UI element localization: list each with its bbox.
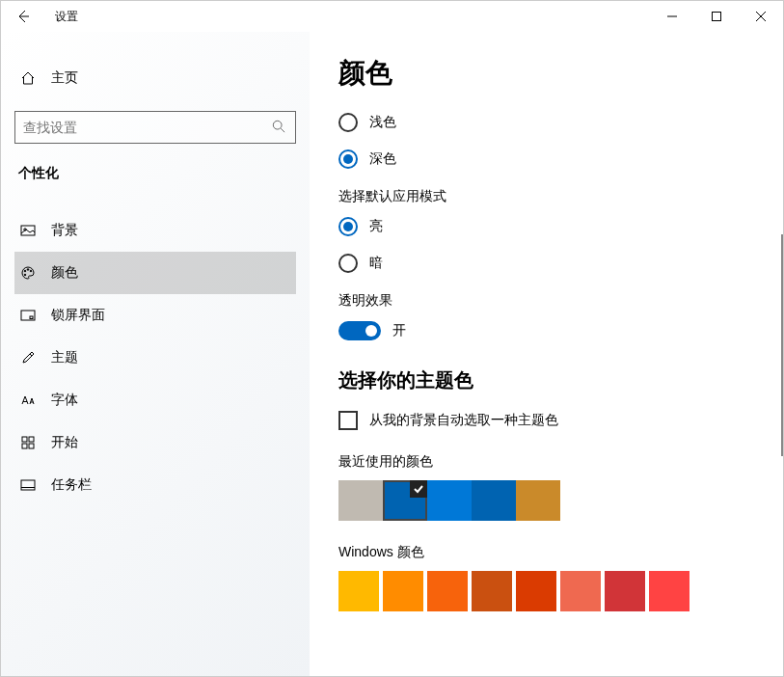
radio-light-mode[interactable]: 浅色	[338, 113, 754, 132]
svg-rect-17	[22, 444, 27, 448]
svg-rect-13	[30, 316, 33, 319]
sidebar-item-background[interactable]: 背景	[14, 209, 296, 252]
sidebar-item-lockscreen[interactable]: 锁屏界面	[14, 294, 296, 337]
home-icon	[18, 70, 38, 86]
windows-color-swatch[interactable]	[605, 571, 645, 611]
minimize-icon	[667, 12, 677, 21]
maximize-icon	[712, 12, 721, 21]
svg-point-10	[30, 270, 32, 272]
accent-heading: 选择你的主题色	[338, 367, 754, 393]
sidebar: 主页 个性化 背景	[1, 32, 310, 676]
svg-point-9	[27, 269, 29, 271]
svg-point-4	[273, 121, 282, 129]
radio-app-dark[interactable]: 暗	[338, 254, 754, 273]
sidebar-item-label: 开始	[51, 434, 78, 451]
maximize-button[interactable]	[694, 1, 739, 32]
taskbar-icon	[18, 477, 38, 493]
search-box[interactable]	[14, 111, 296, 144]
sidebar-item-label: 锁屏界面	[51, 307, 105, 324]
svg-line-14	[30, 354, 32, 356]
home-label: 主页	[51, 69, 78, 87]
recent-color-swatch[interactable]	[427, 480, 472, 521]
radio-icon	[338, 149, 358, 169]
toggle-state-label: 开	[392, 322, 406, 339]
radio-icon	[338, 113, 358, 132]
search-input[interactable]	[23, 120, 272, 135]
sidebar-item-themes[interactable]: 主题	[14, 337, 296, 379]
recent-color-swatch[interactable]	[472, 480, 516, 521]
theme-icon	[18, 350, 38, 366]
windows-color-swatch[interactable]	[338, 571, 379, 611]
page-title: 颜色	[338, 55, 754, 92]
checkbox-icon	[338, 411, 358, 430]
transparency-heading: 透明效果	[338, 292, 754, 310]
back-button[interactable]	[1, 1, 45, 32]
radio-dark-mode[interactable]: 深色	[338, 149, 754, 169]
sidebar-item-label: 背景	[51, 222, 78, 239]
close-button[interactable]	[739, 1, 783, 32]
sidebar-item-taskbar[interactable]: 任务栏	[14, 464, 296, 506]
radio-label: 深色	[369, 150, 396, 168]
scrollbar[interactable]	[781, 234, 783, 456]
windows-color-swatch[interactable]	[472, 571, 512, 611]
windows-color-swatch[interactable]	[383, 571, 423, 611]
sidebar-item-fonts[interactable]: 字体	[14, 379, 296, 421]
transparency-toggle[interactable]	[338, 321, 381, 340]
palette-icon	[18, 265, 38, 281]
recent-colors-heading: 最近使用的颜色	[338, 453, 754, 471]
home-link[interactable]: 主页	[14, 59, 296, 97]
radio-label: 亮	[369, 218, 383, 235]
window-title: 设置	[55, 9, 78, 25]
radio-app-light[interactable]: 亮	[338, 217, 754, 236]
content-area: 颜色 浅色 深色 选择默认应用模式 亮 暗 透明效果 开	[310, 32, 783, 676]
recent-colors-row	[338, 480, 754, 521]
search-icon	[272, 120, 287, 135]
windows-colors-heading: Windows 颜色	[338, 544, 754, 561]
sidebar-item-label: 颜色	[51, 264, 78, 282]
svg-rect-15	[22, 437, 27, 442]
svg-rect-19	[21, 480, 35, 490]
svg-line-5	[281, 128, 284, 132]
sidebar-item-label: 主题	[51, 349, 78, 366]
recent-color-swatch[interactable]	[383, 480, 427, 521]
auto-pick-checkbox[interactable]: 从我的背景自动选取一种主题色	[338, 411, 754, 430]
checkbox-label: 从我的背景自动选取一种主题色	[369, 412, 558, 429]
recent-color-swatch[interactable]	[338, 480, 383, 521]
radio-label: 浅色	[369, 114, 396, 131]
radio-label: 暗	[369, 255, 383, 272]
arrow-left-icon	[15, 9, 31, 24]
minimize-button[interactable]	[650, 1, 694, 32]
windows-colors-row	[338, 571, 754, 611]
font-icon	[18, 393, 38, 408]
windows-color-swatch[interactable]	[427, 571, 468, 611]
radio-icon	[338, 254, 358, 273]
sidebar-item-start[interactable]: 开始	[14, 421, 296, 464]
category-heading: 个性化	[14, 165, 296, 182]
radio-icon	[338, 217, 358, 236]
close-icon	[756, 12, 766, 21]
windows-color-swatch[interactable]	[516, 571, 556, 611]
recent-color-swatch[interactable]	[516, 480, 560, 521]
start-icon	[18, 435, 38, 450]
svg-rect-1	[713, 13, 721, 21]
nav-list: 背景 颜色 锁屏界面	[14, 209, 296, 506]
windows-color-swatch[interactable]	[649, 571, 689, 611]
titlebar: 设置	[1, 1, 783, 32]
sidebar-item-label: 任务栏	[51, 476, 92, 494]
app-mode-heading: 选择默认应用模式	[338, 188, 754, 205]
svg-point-11	[24, 274, 26, 276]
picture-icon	[18, 223, 38, 238]
lock-screen-icon	[18, 308, 38, 323]
sidebar-item-label: 字体	[51, 392, 78, 409]
svg-rect-18	[29, 444, 34, 448]
windows-color-swatch[interactable]	[560, 571, 601, 611]
svg-rect-16	[29, 437, 34, 442]
svg-point-8	[24, 270, 26, 272]
sidebar-item-colors[interactable]: 颜色	[14, 252, 296, 294]
